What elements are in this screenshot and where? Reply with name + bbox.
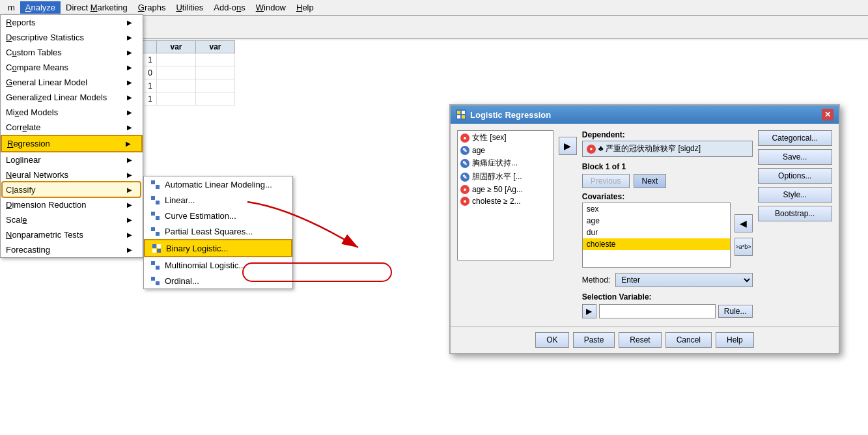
- logistic-regression-dialog: Logistic Regression ✕ ● 女性 [sex] ✎ age: [449, 104, 840, 354]
- var-item-chest-pain[interactable]: ✎ 胸痛症状持...: [458, 156, 553, 170]
- reports-arrow: ▶: [127, 19, 132, 26]
- cov-age[interactable]: age: [583, 215, 730, 227]
- dependent-var-icon: ●: [587, 145, 596, 154]
- options-button[interactable]: Options...: [758, 168, 832, 184]
- menubar: m Analyze Direct Marketing Graphs Utilit…: [0, 0, 868, 16]
- paste-button[interactable]: Paste: [573, 332, 615, 348]
- cancel-button[interactable]: Cancel: [665, 332, 712, 348]
- cell-var3-2[interactable]: [196, 66, 235, 79]
- cov-sex[interactable]: sex: [583, 203, 730, 215]
- menu-forecasting[interactable]: Forecasting ▶: [1, 242, 143, 257]
- move-to-selection-button[interactable]: ▶: [582, 304, 596, 318]
- forecasting-arrow: ▶: [127, 246, 132, 253]
- menu-nonparametric[interactable]: Nonparametric Tests ▶: [1, 227, 143, 242]
- cell-var2-1[interactable]: [157, 53, 196, 66]
- menu-correlate[interactable]: Correlate ▶: [1, 120, 143, 135]
- var-item-age50[interactable]: ● age ≥ 50 [Ag...: [458, 184, 553, 195]
- var-icon-chest-pain: ✎: [460, 159, 469, 168]
- dialog-middle-panel: Dependent: ● ♣ 严重的冠状动脉狭窄 [sigdz] Block 1…: [582, 130, 753, 320]
- submenu-auto-linear[interactable]: Automatic Linear Modeling...: [144, 176, 292, 192]
- categorical-button[interactable]: Categorical...: [758, 130, 832, 146]
- dependent-section: Dependent: ● ♣ 严重的冠状动脉狭窄 [sigdz]: [582, 130, 753, 157]
- var-icon-age: ✎: [460, 146, 469, 155]
- move-to-covariates-button[interactable]: ◀: [735, 214, 753, 232]
- menu-analyze[interactable]: Analyze: [20, 1, 61, 14]
- menu-window[interactable]: Window: [251, 1, 291, 14]
- selection-variable-section: Selection Variable: ▶ Rule...: [582, 292, 753, 320]
- cell-var3-4[interactable]: [196, 92, 235, 105]
- menu-compare-means[interactable]: Compare Means ▶: [1, 60, 143, 75]
- menu-neural-networks[interactable]: Neural Networks ▶: [1, 167, 143, 182]
- save-button[interactable]: Save...: [758, 149, 832, 165]
- dialog-variable-list-panel: ● 女性 [sex] ✎ age ✎ 胸痛症状持... ✎ 胆固醇水平 [...: [457, 130, 553, 320]
- cell-var3-3[interactable]: [196, 79, 235, 92]
- submenu-binary-logistic[interactable]: Binary Logistic...: [144, 239, 292, 257]
- covariates-label: Covariates:: [582, 192, 753, 201]
- ordinal-icon: [149, 275, 161, 286]
- reset-button[interactable]: Reset: [619, 332, 661, 348]
- var-item-cholesterol[interactable]: ✎ 胆固醇水平 [...: [458, 170, 553, 184]
- method-label: Method:: [582, 275, 610, 285]
- var-icon-age50: ●: [460, 185, 469, 194]
- ab-operator-button[interactable]: >a*b>: [735, 238, 753, 256]
- submenu-linear[interactable]: Linear...: [144, 192, 292, 208]
- cov-choleste[interactable]: choleste: [583, 238, 730, 250]
- cell-var3-1[interactable]: [196, 53, 235, 66]
- curve-estimation-icon: [149, 210, 161, 221]
- ok-button[interactable]: OK: [535, 332, 568, 348]
- menu-addons[interactable]: Add-ons: [208, 1, 250, 14]
- menu-reports[interactable]: Reports ▶: [1, 15, 143, 30]
- variable-list[interactable]: ● 女性 [sex] ✎ age ✎ 胸痛症状持... ✎ 胆固醇水平 [...: [457, 130, 553, 260]
- help-button[interactable]: Help: [716, 332, 754, 348]
- cov-dur[interactable]: dur: [583, 227, 730, 238]
- menu-descriptive-statistics[interactable]: Descriptive Statistics ▶: [1, 30, 143, 45]
- menu-custom-tables[interactable]: Custom Tables ▶: [1, 45, 143, 60]
- menu-loglinear[interactable]: Loglinear ▶: [1, 152, 143, 167]
- app-window: m Analyze Direct Marketing Graphs Utilit…: [0, 0, 868, 435]
- var-icon-choleste2: ●: [460, 197, 469, 206]
- menu-utilities[interactable]: Utilities: [171, 1, 208, 14]
- next-button[interactable]: Next: [634, 174, 667, 188]
- menu-scale[interactable]: Scale ▶: [1, 212, 143, 227]
- covariates-section: Covariates: sex age dur choleste ◀ >a*b>: [582, 192, 753, 268]
- var-item-age[interactable]: ✎ age: [458, 145, 553, 156]
- method-select[interactable]: Enter Forward: LR Backward: LR: [615, 273, 752, 287]
- menu-classify[interactable]: Classify ▶: [1, 182, 143, 197]
- var-label-cholesterol: 胆固醇水平 [...: [472, 171, 522, 182]
- arrow-buttons-column: ▶: [559, 130, 577, 320]
- binary-logistic-icon: [150, 243, 162, 253]
- partial-least-squares-icon: [149, 226, 161, 236]
- bootstrap-button[interactable]: Bootstrap...: [758, 206, 832, 221]
- dialog-footer: OK Paste Reset Cancel Help: [451, 326, 839, 353]
- cell-var2-2[interactable]: [157, 66, 196, 79]
- menu-dimension-reduction[interactable]: Dimension Reduction ▶: [1, 197, 143, 212]
- submenu-partial-least-squares[interactable]: Partial Least Squares...: [144, 223, 292, 239]
- selection-variable-row: ▶ Rule...: [582, 303, 753, 320]
- submenu-curve-estimation[interactable]: Curve Estimation...: [144, 208, 292, 223]
- menu-generalized-linear[interactable]: Generalized Linear Models ▶: [1, 90, 143, 105]
- var-item-sex[interactable]: ● 女性 [sex]: [458, 131, 553, 145]
- dim-reduction-arrow: ▶: [127, 201, 132, 208]
- dependent-field[interactable]: ● ♣ 严重的冠状动脉狭窄 [sigdz]: [582, 141, 753, 157]
- cell-var2-4[interactable]: [157, 92, 196, 105]
- menu-general-linear[interactable]: General Linear Model ▶: [1, 75, 143, 90]
- menu-direct-marketing[interactable]: Direct Marketing: [61, 1, 133, 14]
- menu-help[interactable]: Help: [291, 1, 319, 14]
- move-to-dependent-button[interactable]: ▶: [559, 137, 577, 155]
- submenu-ordinal[interactable]: Ordinal...: [144, 273, 292, 288]
- cell-var2-3[interactable]: [157, 79, 196, 92]
- menu-m[interactable]: m: [3, 1, 20, 14]
- correlate-arrow: ▶: [127, 124, 132, 131]
- selection-variable-input[interactable]: [599, 304, 716, 318]
- previous-button[interactable]: Previous: [582, 174, 630, 188]
- var-item-choleste2[interactable]: ● choleste ≥ 2...: [458, 195, 553, 207]
- menu-mixed-models[interactable]: Mixed Models ▶: [1, 105, 143, 120]
- menu-regression[interactable]: Regression ▶: [1, 135, 143, 152]
- submenu-multinomial-logistic[interactable]: Multinomial Logistic...: [144, 257, 292, 273]
- rule-button[interactable]: Rule...: [718, 305, 753, 318]
- var-icon-sex: ●: [460, 133, 469, 143]
- covariates-list[interactable]: sex age dur choleste: [582, 203, 731, 268]
- style-button[interactable]: Style...: [758, 187, 832, 203]
- menu-graphs[interactable]: Graphs: [133, 1, 171, 14]
- dialog-close-button[interactable]: ✕: [822, 109, 833, 120]
